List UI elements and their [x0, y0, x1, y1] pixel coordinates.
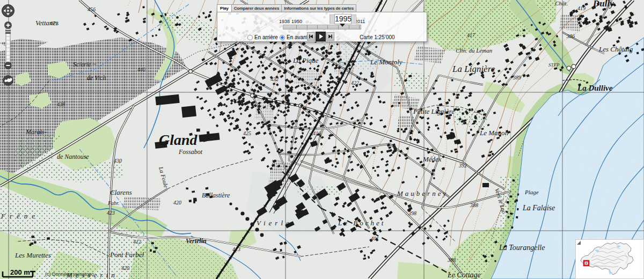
svg-text:200 m: 200 m [10, 268, 30, 276]
